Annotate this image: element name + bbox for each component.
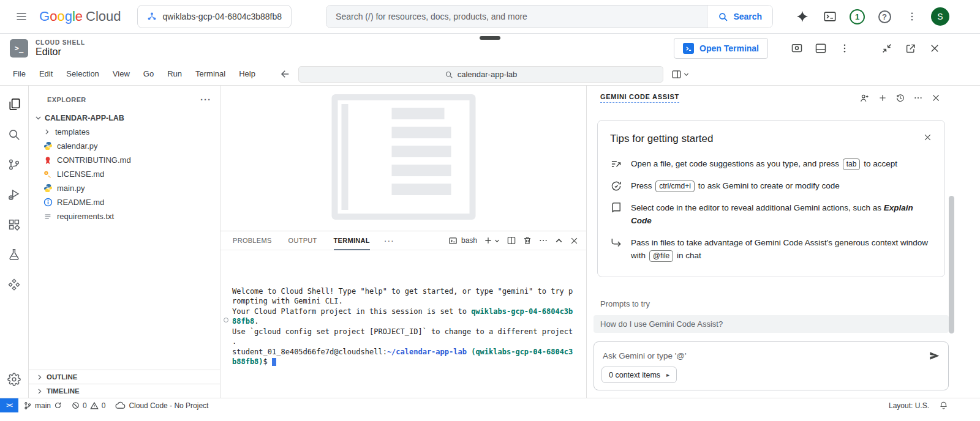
panel-tab-problems[interactable]: PROBLEMS <box>233 231 272 250</box>
send-button[interactable] <box>929 350 940 362</box>
menu-run[interactable]: Run <box>160 66 189 82</box>
shell-more-button[interactable] <box>835 39 854 58</box>
keyboard-layout[interactable]: Layout: U.S. <box>889 401 929 410</box>
activity-source-control-button[interactable] <box>1 149 28 179</box>
main-area: EXPLORER ··· CALENDAR-APP-LAB templatesc… <box>0 86 980 398</box>
contributing-file-icon <box>43 155 53 165</box>
gemini-chat-input[interactable] <box>603 351 899 360</box>
more-options-button[interactable] <box>901 6 923 28</box>
cloud-shell-button[interactable] <box>819 6 841 28</box>
new-terminal-button[interactable] <box>483 236 493 245</box>
gemini-more-button[interactable] <box>913 93 923 103</box>
menu-go[interactable]: Go <box>137 66 160 82</box>
gemini-tip: Select code in the editor to reveal addi… <box>610 201 932 227</box>
panel-tab-output[interactable]: OUTPUT <box>288 231 317 250</box>
panel-tab-terminal[interactable]: TERMINAL <box>334 231 370 250</box>
menu-help[interactable]: Help <box>232 66 262 82</box>
activity-gemini-button[interactable] <box>1 269 28 299</box>
section-outline[interactable]: OUTLINE <box>29 370 220 384</box>
remote-indicator-button[interactable]: >< <box>0 398 18 412</box>
web-preview-button[interactable] <box>787 39 807 58</box>
gcp-top-bar: Google Cloud qwiklabs-gcp-04-6804c3b88fb… <box>0 0 980 34</box>
gemini-add-button[interactable] <box>878 93 888 103</box>
gemini-spark-button[interactable] <box>791 6 813 28</box>
explorer-item-LICENSE.md[interactable]: LICENSE.md <box>29 167 220 181</box>
minimize-shell-button[interactable] <box>877 39 897 58</box>
kill-terminal-button[interactable] <box>522 236 532 245</box>
explorer-item-templates[interactable]: templates <box>29 125 220 139</box>
gemini-new-chat-button[interactable] <box>859 93 870 103</box>
terminal-more-button[interactable] <box>538 236 548 245</box>
notifications-bell-button[interactable] <box>939 401 948 410</box>
split-terminal-button[interactable] <box>507 236 516 245</box>
file-navigation-bar[interactable]: calendar-app-lab <box>298 66 663 83</box>
search-icon <box>445 70 453 79</box>
gemini-tip: Press ctrl/cmd+i to ask Gemini to create… <box>610 179 932 192</box>
explorer-item-main.py[interactable]: main.py <box>29 181 220 195</box>
problems-item[interactable]: 0 0 <box>67 398 110 412</box>
user-avatar[interactable]: S <box>931 7 949 26</box>
activity-extensions-button[interactable] <box>1 209 28 239</box>
menu-edit[interactable]: Edit <box>32 66 59 82</box>
global-search-field[interactable] <box>326 6 707 28</box>
toggle-panel-button[interactable] <box>811 39 831 58</box>
arrow-left-icon <box>280 69 291 80</box>
explorer-more-icon[interactable]: ··· <box>200 94 211 105</box>
global-search-input[interactable] <box>336 12 698 21</box>
terminal-content[interactable]: Welcome to Cloud Shell! Type "help" to g… <box>221 250 586 398</box>
section-timeline[interactable]: TIMELINE <box>29 384 220 398</box>
explorer-item-requirements.txt[interactable]: requirements.txt <box>29 209 220 223</box>
notification-badge[interactable]: 1 <box>850 9 865 24</box>
panel-tabs-more-icon[interactable]: ··· <box>384 236 394 245</box>
tips-close-button[interactable] <box>923 133 932 142</box>
settings-button[interactable] <box>1 364 28 394</box>
help-button[interactable]: ? <box>873 6 895 28</box>
gemini-diamonds-icon <box>7 278 21 291</box>
activity-search-button[interactable] <box>1 119 28 149</box>
plus-icon <box>483 236 493 245</box>
status-bar: >< main 0 0 Cloud Code - No Project Layo… <box>0 398 980 412</box>
menu-selection[interactable]: Selection <box>59 66 105 82</box>
menu-terminal[interactable]: Terminal <box>189 66 232 82</box>
trash-icon <box>522 236 532 245</box>
gear-icon <box>7 373 21 386</box>
file-name: CONTRIBUTING.md <box>57 155 131 165</box>
cloud-code-item[interactable]: Cloud Code - No Project <box>110 398 213 412</box>
project-selector-button[interactable]: qwiklabs-gcp-04-6804c3b88fb8 <box>137 5 292 28</box>
editor-layout-button[interactable] <box>671 66 690 83</box>
prompt-suggestion[interactable]: How do I use Gemini Code Assist? <box>594 315 949 333</box>
terminal-shell-selector[interactable]: bash <box>448 236 477 245</box>
menu-view[interactable]: View <box>106 66 137 82</box>
cloud-shell-icon <box>823 10 837 23</box>
terminal-line: 88fb8. <box>232 316 582 327</box>
explorer-root-folder[interactable]: CALENDAR-APP-LAB <box>29 111 220 125</box>
logo-cloud-text: Cloud <box>86 9 121 24</box>
open-in-new-window-button[interactable] <box>901 39 921 58</box>
menu-file[interactable]: File <box>6 66 32 82</box>
gemini-close-button[interactable] <box>931 93 941 103</box>
explorer-item-README.md[interactable]: README.md <box>29 195 220 209</box>
open-terminal-button[interactable]: Open Terminal <box>674 38 768 59</box>
git-branch-item[interactable]: main <box>18 398 67 412</box>
panel-drag-handle[interactable] <box>480 36 500 40</box>
terminal-type-dropdown[interactable] <box>494 237 500 244</box>
file-name: README.md <box>57 198 104 207</box>
close-panel-button[interactable] <box>570 236 579 245</box>
hamburger-menu-button[interactable] <box>9 4 34 29</box>
gemini-scrollbar-thumb[interactable] <box>949 196 954 333</box>
section-label: OUTLINE <box>47 373 77 381</box>
gemini-history-button[interactable] <box>895 93 905 103</box>
editor-title: Editor <box>36 47 85 58</box>
search-button[interactable]: Search <box>707 6 772 28</box>
navigate-back-button[interactable] <box>278 67 293 81</box>
explorer-item-calendar.py[interactable]: calendar.py <box>29 139 220 153</box>
activity-explorer-button[interactable] <box>1 89 28 119</box>
context-items-button[interactable]: 0 context items ▸ <box>601 367 677 383</box>
activity-run-debug-button[interactable] <box>1 179 28 209</box>
activity-test-button[interactable] <box>1 239 28 269</box>
maximize-panel-button[interactable] <box>554 236 564 245</box>
explorer-item-CONTRIBUTING.md[interactable]: CONTRIBUTING.md <box>29 153 220 167</box>
close-shell-button[interactable] <box>925 39 944 58</box>
gemini-chat-input-container: 0 context items ▸ <box>594 341 949 390</box>
google-cloud-logo[interactable]: Google Cloud <box>39 9 121 24</box>
